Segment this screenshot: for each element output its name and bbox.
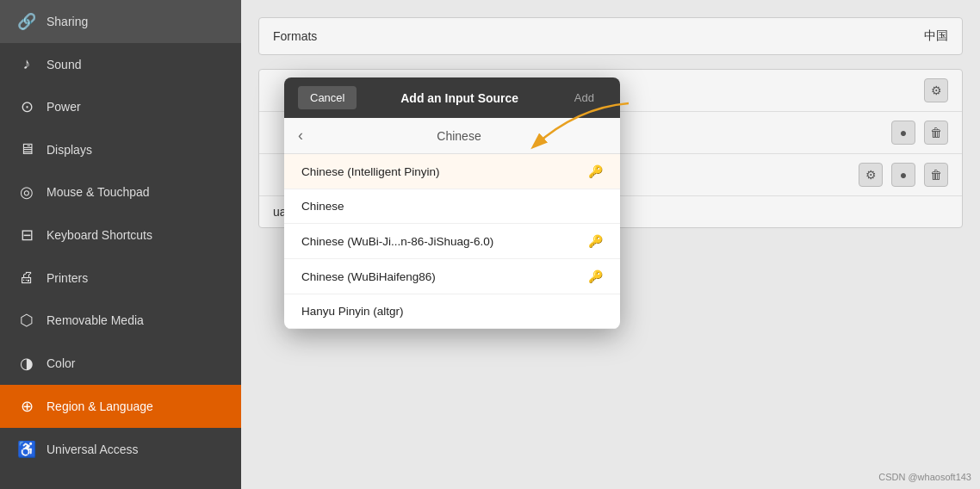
modal-list-item-1-label: Chinese <box>301 200 603 213</box>
formats-label: Formats <box>273 29 317 43</box>
color-icon: ◑ <box>17 354 36 373</box>
sharing-label: Sharing <box>47 15 88 28</box>
sidebar-item-region-language[interactable]: ⊕Region & Language <box>0 385 241 428</box>
sidebar-item-displays[interactable]: 🖥Displays <box>0 128 241 170</box>
power-label: Power <box>47 100 81 114</box>
modal-list-item-2-label: Chinese (WuBi-Ji...n-86-JiShuag-6.0) <box>301 235 588 248</box>
modal-list-item-3[interactable]: Chinese (WuBiHaifeng86)🔑 <box>284 259 620 294</box>
universal-access-label: Universal Access <box>47 443 139 456</box>
modal-list-item-4[interactable]: Hanyu Pinyin (altgr) <box>284 294 620 329</box>
sharing-icon: 🔗 <box>17 12 36 31</box>
sidebar-item-color[interactable]: ◑Color <box>0 342 241 385</box>
cancel-button[interactable]: Cancel <box>298 86 357 109</box>
main-content: Formats 中国 ⚙ ● 🗑 ⚙ ● 🗑 uages Cancel Add … <box>241 0 980 489</box>
modal-list-item-2[interactable]: Chinese (WuBi-Ji...n-86-JiShuag-6.0)🔑 <box>284 224 620 259</box>
color-label: Color <box>47 356 75 370</box>
modal-list-item-1[interactable]: Chinese <box>284 189 620 224</box>
modal-list-item-0-label: Chinese (Intelligent Pinyin) <box>301 165 588 178</box>
formats-value: 中国 <box>924 28 948 44</box>
removable-media-label: Removable Media <box>47 313 144 327</box>
sidebar-item-mouse-touchpad[interactable]: ◎Mouse & Touchpad <box>0 170 241 214</box>
keyboard-shortcuts-label: Keyboard Shortcuts <box>47 228 152 242</box>
mouse-touchpad-icon: ◎ <box>17 183 36 201</box>
displays-label: Displays <box>47 143 92 157</box>
modal-list-item-0[interactable]: Chinese (Intelligent Pinyin)🔑 <box>284 154 620 189</box>
sound-icon: ♪ <box>17 55 36 73</box>
sidebar-item-removable-media[interactable]: ⬡Removable Media <box>0 299 241 342</box>
sidebar-item-power[interactable]: ⊙Power <box>0 85 241 128</box>
mouse-touchpad-label: Mouse & Touchpad <box>47 185 150 199</box>
trash-button-2[interactable]: 🗑 <box>924 163 948 187</box>
sound-label: Sound <box>47 58 81 71</box>
modal-list-item-2-pin-icon: 🔑 <box>588 234 603 248</box>
modal-title: Add an Input Source <box>363 91 555 105</box>
sidebar-item-universal-access[interactable]: ♿Universal Access <box>0 428 241 471</box>
universal-access-icon: ♿ <box>17 440 36 459</box>
printers-label: Printers <box>47 271 88 285</box>
eye-button-1[interactable]: ● <box>891 121 915 145</box>
keyboard-shortcuts-icon: ⊟ <box>17 226 36 244</box>
displays-icon: 🖥 <box>17 140 36 158</box>
printers-icon: 🖨 <box>17 269 36 287</box>
back-button[interactable]: ‹ <box>298 127 303 145</box>
gear-button-2[interactable]: ⚙ <box>859 163 883 187</box>
sidebar: 🔗Sharing♪Sound⊙Power🖥Displays◎Mouse & To… <box>0 0 241 489</box>
modal-list-item-4-label: Hanyu Pinyin (altgr) <box>301 305 603 318</box>
modal-subheader: ‹ Chinese <box>284 118 620 154</box>
modal-list-item-0-pin-icon: 🔑 <box>588 164 603 178</box>
modal-list-item-3-label: Chinese (WuBiHaifeng86) <box>301 270 588 283</box>
trash-button-1[interactable]: 🗑 <box>924 121 948 145</box>
removable-media-icon: ⬡ <box>17 311 36 330</box>
formats-row: Formats 中国 <box>258 17 963 55</box>
add-input-source-modal: Cancel Add an Input Source Add ‹ Chinese… <box>284 77 620 329</box>
modal-header: Cancel Add an Input Source Add <box>284 77 620 118</box>
eye-button-2[interactable]: ● <box>891 163 915 187</box>
region-language-label: Region & Language <box>47 399 153 413</box>
modal-list: Chinese (Intelligent Pinyin)🔑ChineseChin… <box>284 154 620 329</box>
add-button[interactable]: Add <box>562 86 606 109</box>
sidebar-item-keyboard-shortcuts[interactable]: ⊟Keyboard Shortcuts <box>0 214 241 257</box>
region-language-icon: ⊕ <box>17 397 36 416</box>
power-icon: ⊙ <box>17 97 36 116</box>
sidebar-item-sharing[interactable]: 🔗Sharing <box>0 0 241 43</box>
sidebar-item-printers[interactable]: 🖨Printers <box>0 257 241 299</box>
modal-list-item-3-pin-icon: 🔑 <box>588 269 603 283</box>
watermark: CSDN @whaosoft143 <box>878 472 971 482</box>
modal-subheader-title: Chinese <box>312 129 606 143</box>
sidebar-item-sound[interactable]: ♪Sound <box>0 43 241 85</box>
gear-button-1[interactable]: ⚙ <box>924 78 948 102</box>
